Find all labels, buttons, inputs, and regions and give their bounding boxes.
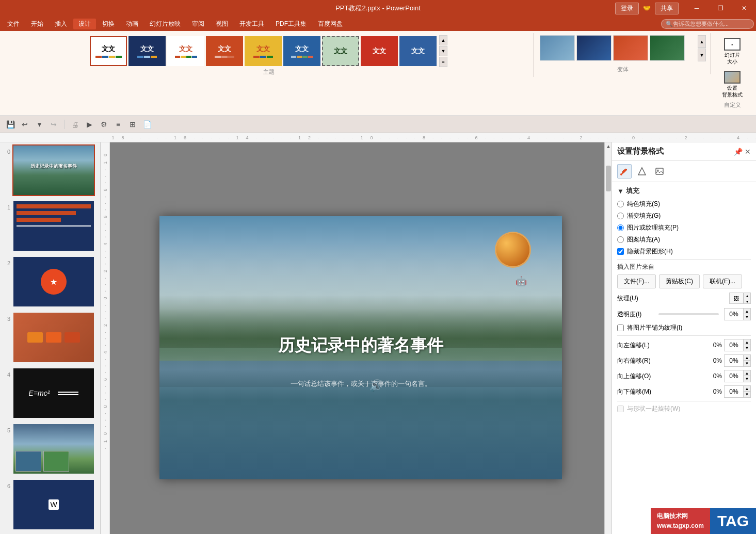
speaker-icon: 🔊 xyxy=(369,379,383,393)
login-button[interactable]: 登录 xyxy=(615,3,639,14)
search-input[interactable] xyxy=(673,21,749,27)
menu-home[interactable]: 开始 xyxy=(26,19,49,29)
offset-down-input[interactable] xyxy=(725,386,743,397)
fill-solid-option[interactable]: 纯色填充(S) xyxy=(617,200,751,208)
print-button[interactable]: 🖨 xyxy=(69,118,81,131)
theme-scroll-down[interactable]: ▼ xyxy=(439,46,447,56)
menu-insert[interactable]: 插入 xyxy=(50,19,72,29)
spin-up[interactable]: ▲ xyxy=(743,309,750,314)
transparency-value[interactable] xyxy=(725,309,743,320)
slide-show-btn[interactable]: ▶ xyxy=(83,118,95,131)
theme-9[interactable]: 文文 xyxy=(399,36,437,66)
fill-picture-option[interactable]: 图片或纹理填充(P) xyxy=(617,223,751,232)
theme-scroll-expand[interactable]: ≡ xyxy=(439,57,447,67)
slide-thumbnail-1[interactable]: 1 xyxy=(0,198,100,254)
menu-slideshow[interactable]: 幻灯片放映 xyxy=(144,19,186,29)
theme-5[interactable]: 文文 xyxy=(245,36,282,66)
slide-thumbnail-3[interactable]: 3 xyxy=(0,310,100,365)
clipboard-btn[interactable]: 剪贴板(C) xyxy=(659,274,700,288)
slide-thumbnail-4[interactable]: 4 E=mc² xyxy=(0,365,100,421)
menu-file[interactable]: 文件 xyxy=(2,19,25,29)
share-button[interactable]: 共享 xyxy=(655,3,679,14)
menu-view[interactable]: 视图 xyxy=(211,19,233,29)
slide-thumbnail-0[interactable]: 0 历史记录中的著名事件 xyxy=(0,142,100,198)
theme-7[interactable]: 文文 xyxy=(322,36,359,66)
layout-btn[interactable]: 📄 xyxy=(141,118,153,131)
panel-icon-shape[interactable] xyxy=(635,164,649,179)
variant-4[interactable] xyxy=(650,35,685,61)
od-spin-up[interactable]: ▲ xyxy=(743,386,750,392)
menu-design[interactable]: 设计 xyxy=(73,19,96,29)
menu-developer[interactable]: 开发工具 xyxy=(234,19,269,29)
panel-icon-image[interactable] xyxy=(652,164,667,179)
close-button[interactable]: ✕ xyxy=(732,0,756,17)
online-btn[interactable]: 联机(E)... xyxy=(703,274,742,288)
texture-btn[interactable]: 🖼 xyxy=(729,293,744,304)
ou-spin-down[interactable]: ▼ xyxy=(743,376,750,382)
offset-left-input[interactable] xyxy=(725,339,743,351)
transparency-slider[interactable] xyxy=(658,313,719,315)
variant-scroll-down[interactable]: ▼ xyxy=(698,48,706,61)
slide-size-btn[interactable]: ▪ 幻灯片大小 xyxy=(720,36,745,67)
fill-pattern-option[interactable]: 图案填充(A) xyxy=(617,235,751,244)
slide-canvas[interactable]: 🤖 历史记录中的著名事件 一句话总结该事件，或关于该事件的一句名言。 🔊 xyxy=(159,216,562,479)
restore-button[interactable]: ❒ xyxy=(709,0,732,17)
fill-solid-radio[interactable] xyxy=(617,201,624,207)
offset-up-input[interactable] xyxy=(725,370,743,382)
hide-bg-checkbox[interactable] xyxy=(617,248,624,255)
slide-thumbnail-5[interactable]: 5 xyxy=(0,421,100,477)
od-spin-down[interactable]: ▼ xyxy=(743,392,750,397)
resize-btn[interactable]: ⊞ xyxy=(126,118,139,131)
file-btn[interactable]: 文件(F)... xyxy=(617,274,656,288)
variant-scroll-up[interactable]: ▲ xyxy=(698,35,706,48)
save-button[interactable]: 💾 xyxy=(4,118,17,131)
theme-4[interactable]: 文文 xyxy=(206,36,243,66)
theme-1[interactable]: 文文 xyxy=(90,36,127,66)
ol-spin-up[interactable]: ▲ xyxy=(743,339,750,345)
ol-spin-down[interactable]: ▼ xyxy=(743,345,750,351)
theme-8[interactable]: 文文 xyxy=(361,36,398,66)
fill-pattern-radio[interactable] xyxy=(617,236,624,243)
tile-checkbox[interactable] xyxy=(617,325,624,331)
panel-close-btn[interactable]: ✕ xyxy=(745,148,751,156)
panel-pin-btn[interactable]: 📌 xyxy=(734,148,743,156)
variant-3[interactable] xyxy=(613,35,648,61)
menu-animations[interactable]: 动画 xyxy=(121,19,143,29)
fill-gradient-option[interactable]: 渐变填充(G) xyxy=(617,212,751,220)
menu-pdf[interactable]: PDF工具集 xyxy=(270,19,312,29)
section-btn[interactable]: ≡ xyxy=(112,118,124,131)
offset-right-input[interactable] xyxy=(725,355,743,366)
panel-icon-paint[interactable] xyxy=(617,164,632,179)
spin-down[interactable]: ▼ xyxy=(743,314,750,320)
texture-dropdown[interactable]: ▲ ▼ xyxy=(744,293,751,304)
theme-6[interactable]: 文文 xyxy=(283,36,320,66)
minimize-button[interactable]: ─ xyxy=(685,0,709,17)
menu-baidu[interactable]: 百度网盘 xyxy=(313,19,348,29)
undo-button[interactable]: ↩ xyxy=(19,118,31,131)
undo-dropdown[interactable]: ▾ xyxy=(33,118,45,131)
customize-qa-btn[interactable]: ⚙ xyxy=(98,118,110,131)
divider-2 xyxy=(617,335,751,336)
slide-thumbnail-6[interactable]: 6 W xyxy=(0,477,100,532)
bg-format-btn[interactable]: 设置背景格式 xyxy=(718,69,747,100)
fill-section-title[interactable]: ▼ 填充 xyxy=(617,186,751,196)
variant-1[interactable] xyxy=(540,35,575,61)
hide-bg-option[interactable]: 隐藏背景图形(H) xyxy=(617,247,751,256)
tile-option[interactable]: 将图片平铺为纹理(I) xyxy=(617,323,751,332)
fill-gradient-radio[interactable] xyxy=(617,213,624,219)
rotate-option[interactable]: 与形状一起旋转(W) xyxy=(617,404,751,413)
slide-thumbnail-2[interactable]: 2 ★ xyxy=(0,254,100,310)
fill-picture-radio[interactable] xyxy=(617,224,624,231)
theme-3[interactable]: 文文 xyxy=(167,36,204,66)
or-spin-up[interactable]: ▲ xyxy=(743,355,750,361)
redo-button[interactable]: ↪ xyxy=(47,118,60,131)
or-spin-down[interactable]: ▼ xyxy=(743,361,750,366)
scroll-thumb[interactable] xyxy=(606,166,611,191)
theme-scroll-up[interactable]: ▲ xyxy=(439,35,447,45)
theme-2[interactable]: 文文 xyxy=(128,36,166,66)
menu-review[interactable]: 审阅 xyxy=(187,19,210,29)
variant-2[interactable] xyxy=(576,35,612,61)
scroll-up-arrow[interactable]: ▲ xyxy=(605,142,612,150)
menu-transitions[interactable]: 切换 xyxy=(97,19,120,29)
ou-spin-up[interactable]: ▲ xyxy=(743,370,750,376)
